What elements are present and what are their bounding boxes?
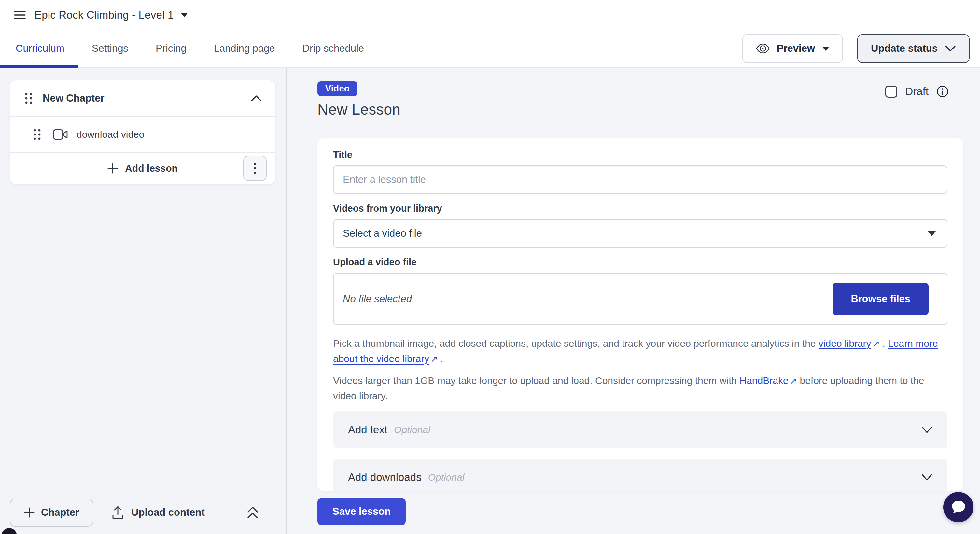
compression-help-text: Videos larger than 1GB may take longer t… — [333, 373, 947, 404]
video-camera-icon — [53, 129, 68, 140]
add-downloads-section[interactable]: Add downloads Optional — [333, 459, 947, 491]
draft-toggle: Draft — [885, 85, 949, 98]
save-lesson-button[interactable]: Save lesson — [317, 498, 406, 525]
caret-down-icon — [181, 13, 188, 17]
curriculum-sidebar: New Chapter download video — [0, 68, 287, 534]
tab-actions: Preview Update status — [742, 30, 980, 67]
add-lesson-row: Add lesson — [10, 153, 275, 184]
content-area: New Chapter download video — [0, 68, 980, 534]
tab-landing-page[interactable]: Landing page — [200, 30, 289, 67]
collapse-all-button[interactable] — [246, 505, 259, 520]
chapter-card: New Chapter download video — [10, 80, 275, 184]
optional-label: Optional — [394, 424, 430, 435]
library-field-group: Videos from your library Select a video … — [333, 204, 947, 248]
draft-label: Draft — [905, 85, 929, 98]
lesson-type-badge: Video — [317, 81, 358, 96]
title-field-group: Title — [333, 150, 947, 194]
update-status-label: Update status — [871, 43, 938, 54]
chevron-down-icon — [945, 45, 956, 52]
no-file-text: No file selected — [343, 293, 412, 305]
add-downloads-label: Add downloads — [348, 471, 422, 483]
chevron-up-icon[interactable] — [250, 95, 262, 102]
add-text-label: Add text — [348, 424, 387, 436]
draft-checkbox[interactable] — [885, 86, 897, 98]
add-lesson-button[interactable]: Add lesson — [107, 163, 178, 174]
handbrake-link[interactable]: HandBrake — [740, 375, 789, 386]
external-link-icon: ↗ — [871, 339, 880, 349]
browse-files-button[interactable]: Browse files — [832, 283, 929, 315]
video-library-help-text: Pick a thumbnail image, add closed capti… — [333, 336, 947, 367]
top-header: Epic Rock Climbing - Level 1 — [0, 0, 980, 30]
upload-content-button[interactable]: Upload content — [112, 506, 205, 519]
chat-widget-button[interactable] — [943, 492, 974, 522]
tab-pricing[interactable]: Pricing — [142, 30, 200, 67]
lesson-title-input[interactable] — [333, 165, 947, 194]
lesson-form-card: Title Videos from your library Select a … — [317, 138, 963, 491]
kebab-menu-icon — [254, 162, 256, 174]
upload-content-label: Upload content — [131, 507, 205, 518]
help-text: Pick a thumbnail image, add closed capti… — [333, 338, 819, 349]
video-library-link[interactable]: video library — [819, 338, 871, 349]
hamburger-menu-icon[interactable] — [10, 5, 30, 25]
tab-drip-schedule[interactable]: Drip schedule — [289, 30, 378, 67]
app-window: Epic Rock Climbing - Level 1 Curriculum … — [0, 0, 980, 534]
plus-icon — [24, 507, 35, 518]
tab-bar: Curriculum Settings Pricing Landing page… — [0, 30, 980, 68]
help-text: . — [880, 338, 888, 349]
info-icon[interactable] — [936, 85, 949, 98]
chapter-button-label: Chapter — [41, 507, 79, 518]
course-switcher[interactable]: Epic Rock Climbing - Level 1 — [35, 9, 188, 21]
lesson-editor: Video New Lesson Draft Title Videos from… — [287, 68, 980, 534]
help-text: Videos larger than 1GB may take longer t… — [333, 375, 740, 386]
drag-handle-icon[interactable] — [33, 128, 41, 141]
help-text: . — [438, 353, 444, 364]
caret-down-icon — [822, 46, 829, 51]
upload-icon — [112, 506, 124, 519]
plus-icon — [107, 163, 118, 173]
tab-settings[interactable]: Settings — [78, 30, 142, 67]
upload-field-group: Upload a video file No file selected Bro… — [333, 257, 947, 325]
preview-label: Preview — [777, 43, 815, 54]
lesson-item[interactable]: download video — [10, 116, 275, 153]
select-value: Select a video file — [343, 227, 422, 239]
drag-handle-icon[interactable] — [24, 92, 33, 105]
caret-down-icon — [928, 231, 936, 236]
chapter-menu-button[interactable] — [243, 156, 267, 181]
chapter-header[interactable]: New Chapter — [10, 80, 275, 116]
chapter-title: New Chapter — [43, 92, 104, 104]
chevron-down-icon — [921, 474, 932, 481]
sidebar-footer: Chapter Upload content — [0, 491, 286, 534]
chevron-down-icon — [921, 426, 932, 433]
upload-label: Upload a video file — [333, 257, 947, 267]
external-link-icon: ↗ — [429, 354, 438, 364]
add-chapter-button[interactable]: Chapter — [10, 499, 94, 526]
file-upload-box: No file selected Browse files — [333, 273, 947, 325]
video-library-select[interactable]: Select a video file — [333, 219, 947, 248]
title-label: Title — [333, 150, 947, 159]
update-status-button[interactable]: Update status — [857, 34, 970, 63]
course-title: Epic Rock Climbing - Level 1 — [35, 9, 173, 21]
double-chevron-up-icon — [246, 505, 259, 520]
lesson-title: download video — [76, 129, 145, 140]
page-title: New Lesson — [317, 101, 963, 118]
add-lesson-label: Add lesson — [125, 163, 178, 174]
speech-bubble-icon — [950, 499, 967, 515]
library-label: Videos from your library — [333, 204, 947, 213]
external-link-icon: ↗ — [789, 376, 797, 386]
tab-curriculum[interactable]: Curriculum — [0, 30, 78, 67]
optional-label: Optional — [428, 472, 465, 483]
eye-icon — [756, 44, 770, 53]
preview-button[interactable]: Preview — [742, 34, 843, 63]
add-text-section[interactable]: Add text Optional — [333, 411, 947, 448]
